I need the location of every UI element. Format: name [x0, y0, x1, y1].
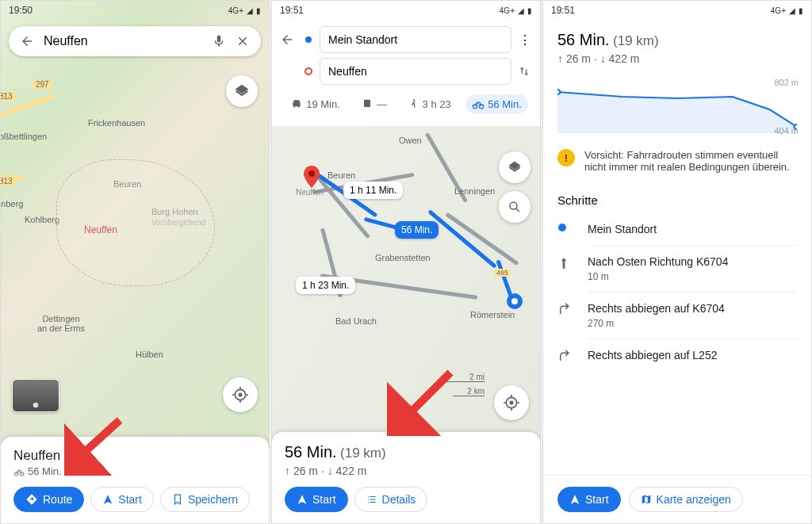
phone-screenshot-1: 297 313 313 Frickenhausen roßbettlingen …: [0, 0, 270, 524]
details-footer: Start Karte anzeigen: [543, 475, 811, 523]
map-label-beuren: Beuren: [327, 170, 355, 180]
route-button[interactable]: Route: [13, 487, 84, 512]
bike-icon: [472, 98, 485, 110]
start-button[interactable]: Start: [557, 487, 621, 512]
route-header: 56 Min. (19 km) ↑ 26 m · ↓ 422 m: [543, 20, 811, 70]
route-time: 56 Min.: [285, 443, 337, 461]
start-button[interactable]: Start: [285, 487, 348, 512]
walk-icon: [408, 98, 419, 110]
bookmark-icon: [172, 494, 183, 505]
map-label-lenningen: Lenningen: [454, 186, 495, 196]
start-nav-button[interactable]: Start: [90, 487, 154, 512]
layers-button[interactable]: [226, 75, 258, 107]
search-input[interactable]: [44, 34, 202, 48]
road-shield-297: 297: [33, 80, 52, 89]
route-distance: (19 km): [340, 446, 386, 461]
route-distance: (19 km): [613, 33, 659, 48]
svg-point-19: [557, 90, 560, 94]
step-3[interactable]: Rechts abbiegen auf L252: [543, 339, 811, 373]
streetview-thumb[interactable]: [12, 379, 59, 412]
svg-point-21: [558, 224, 566, 231]
search-map-button[interactable]: [499, 191, 530, 223]
back-icon[interactable]: [20, 34, 34, 48]
alt-time-bubble-1[interactable]: 1 h 11 Min.: [343, 182, 403, 199]
mode-transit[interactable]: —: [354, 94, 393, 113]
travel-mode-tabs: 19 Min. — 3 h 23 56 Min.: [280, 90, 532, 120]
swap-icon[interactable]: [518, 65, 532, 78]
warning-text: Vorsicht: Fahrradrouten stimmen eventuel…: [584, 149, 797, 173]
map-label-grabenstetten: Grabenstetten: [375, 253, 431, 262]
svg-point-0: [33, 403, 39, 408]
svg-line-5: [76, 420, 120, 460]
route-summary-card[interactable]: 56 Min. (19 km) ↑ 26 m · ↓ 422 m Start D…: [272, 432, 540, 523]
svg-rect-8: [364, 100, 370, 107]
back-icon[interactable]: [280, 33, 297, 47]
step-origin[interactable]: Mein Standort: [543, 213, 811, 245]
status-bar: 19:51 4G+◢▮: [543, 1, 811, 20]
search-bar[interactable]: [9, 26, 261, 56]
mic-icon[interactable]: [212, 34, 226, 48]
map-label-kohlberg: Kohlberg: [25, 215, 59, 224]
mode-bike[interactable]: 56 Min.: [465, 94, 528, 113]
close-icon[interactable]: [236, 34, 250, 48]
status-time: 19:51: [551, 5, 575, 16]
bike-icon: [13, 466, 25, 477]
nav-icon: [102, 494, 113, 505]
show-map-button[interactable]: Karte anzeigen: [629, 487, 743, 512]
phone-screenshot-2: 19:51 4G+◢▮ Mein Standort ⋮ Neuffen 19 M…: [271, 0, 541, 524]
more-icon[interactable]: ⋮: [518, 33, 532, 48]
turn-right-icon: [557, 349, 575, 363]
transit-icon: [361, 98, 373, 110]
svg-point-11: [479, 105, 483, 109]
road-shield-465b: 465: [494, 269, 511, 277]
place-name: Neuffen: [13, 448, 256, 464]
annotation-arrow-1: [64, 412, 128, 476]
mode-walk[interactable]: 3 h 23: [402, 94, 458, 113]
svg-point-16: [510, 401, 514, 405]
map-label-tenberg: enberg: [0, 199, 23, 208]
map-icon: [641, 494, 652, 505]
elev-max-label: 802 m: [774, 78, 799, 87]
main-time-bubble[interactable]: 56 Min.: [395, 221, 439, 239]
elev-min-label: 404 m: [774, 126, 799, 136]
status-bar: 19:51 4G+◢▮: [272, 1, 540, 20]
svg-point-12: [308, 170, 315, 177]
map-label-owen: Owen: [399, 136, 422, 145]
map-label-grossbettlingen: roßbettlingen: [0, 132, 47, 141]
layers-button[interactable]: [499, 151, 530, 183]
origin-marker: [506, 293, 523, 310]
origin-input[interactable]: Mein Standort: [320, 26, 511, 53]
destination-input[interactable]: Neuffen: [320, 58, 511, 85]
place-card[interactable]: Neuffen 56 Min. Route Start Speichern: [1, 437, 269, 523]
step-2[interactable]: Rechts abbiegen auf K6704270 m: [543, 293, 811, 338]
step-1[interactable]: Nach Osten Richtung K670410 m: [543, 246, 811, 292]
map-label-badurach: Bad Urach: [335, 316, 377, 326]
route-time: 56 Min.: [557, 31, 610, 48]
mode-car[interactable]: 19 Min.: [284, 94, 347, 113]
straight-icon: [557, 255, 575, 271]
status-bar: 19:50 4G+◢▮: [1, 1, 269, 20]
turn-right-icon: [557, 302, 575, 316]
place-sub: 56 Min.: [13, 465, 256, 477]
elevation-chart[interactable]: 802 m 404 m: [557, 86, 797, 133]
road-shield-313a: 313: [0, 92, 16, 101]
svg-point-7: [305, 68, 312, 75]
map-label-dettingen: Dettingen an der Erms: [37, 314, 85, 333]
map-label-romerstein: Römerstein: [470, 310, 515, 319]
alt-time-bubble-2[interactable]: 1 h 23 Min.: [296, 277, 355, 294]
list-icon: [366, 494, 377, 505]
route-elevation: ↑ 26 m · ↓ 422 m: [557, 52, 797, 65]
details-button[interactable]: Details: [354, 487, 428, 512]
status-time: 19:51: [280, 5, 304, 16]
my-location-button[interactable]: [494, 385, 529, 420]
svg-line-18: [403, 373, 450, 420]
warning-icon: !: [557, 149, 575, 166]
nav-icon: [569, 494, 580, 505]
save-button[interactable]: Speichern: [160, 487, 250, 512]
svg-point-9: [412, 99, 414, 101]
svg-point-1: [239, 393, 243, 397]
nav-icon: [297, 494, 308, 505]
map-label-hulben: Hülben: [136, 350, 163, 359]
my-location-button[interactable]: [223, 377, 258, 412]
directions-header: Mein Standort ⋮ Neuffen 19 Min. — 3 h 23…: [272, 20, 540, 123]
